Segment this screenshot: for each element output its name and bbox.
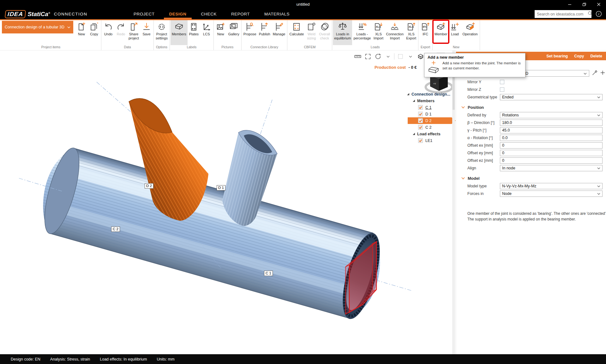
xls-import-button[interactable]: XLS XLS Import (372, 20, 385, 45)
expander-icon[interactable] (413, 133, 415, 135)
weld-sizing-button[interactable]: + −× ÷ Weld sizing (305, 20, 318, 45)
beta-direction-input[interactable] (500, 120, 603, 126)
calculate-button[interactable]: + −× ÷ Calculate (288, 20, 305, 45)
checkbox-checked[interactable] (418, 125, 423, 130)
tab-report[interactable]: REPORT (224, 9, 257, 19)
align-select[interactable]: In node (500, 165, 603, 171)
model-type-select[interactable]: N-Vy-Vz-Mx-My-Mz (500, 183, 603, 189)
publish-button[interactable]: Publish (258, 20, 272, 45)
project-settings-button[interactable]: Project settings (154, 20, 169, 45)
mirror-y-checkbox[interactable] (500, 80, 504, 84)
property-row-gamma-pitch: γ - Pitch [°] (456, 126, 606, 134)
svg-text:+Y: +Y (433, 83, 436, 85)
set-bearing-button[interactable]: Set bearing (546, 54, 568, 58)
restore-button[interactable] (577, 0, 591, 9)
ifc-export-button[interactable]: IFC IFC (419, 20, 432, 45)
close-button[interactable] (591, 0, 606, 9)
checkbox-checked[interactable] (418, 138, 423, 143)
save-button[interactable]: Save (140, 20, 153, 45)
new-picture-icon (216, 21, 225, 32)
members-labels-button[interactable]: Members (171, 20, 188, 45)
tree-scrollbar[interactable] (452, 50, 455, 354)
tree-item-c2[interactable]: C 2 (405, 124, 456, 131)
tree-group-members[interactable]: Members (405, 97, 456, 104)
offset-ez-input[interactable] (500, 157, 603, 164)
manage-button[interactable]: Manage (272, 20, 287, 45)
undo-button[interactable]: Undo (102, 20, 115, 45)
tab-project[interactable]: PROJECT (126, 9, 162, 19)
edit-member-icon[interactable] (592, 70, 597, 77)
new-project-item-button[interactable]: New (75, 20, 88, 45)
logo-statica: StatiCa (27, 11, 48, 17)
expander-icon[interactable] (413, 100, 415, 102)
add-member-button[interactable]: Member (433, 20, 448, 45)
xls-export-button[interactable]: XLS XLS Export (405, 20, 417, 45)
defined-by-select[interactable]: Rotations (500, 112, 603, 118)
add-operation-button[interactable]: Operation (461, 20, 479, 45)
property-row-offset-ey: Offset ey [mm] (456, 149, 606, 157)
xls-import-icon: XLS (374, 21, 383, 32)
group-label-new: New (433, 45, 479, 50)
member-tag-c1[interactable]: C 1 (264, 271, 273, 276)
wireframe-cube-icon[interactable] (417, 53, 425, 60)
geometrical-type-select[interactable]: Ended (500, 94, 603, 100)
plates-labels-button[interactable]: Plates (188, 20, 200, 45)
section-header-position[interactable]: Position (456, 103, 606, 111)
select-rect-icon[interactable] (396, 53, 405, 60)
tree-item-le1[interactable]: LE1 (405, 137, 456, 144)
lcs-labels-button[interactable]: LCS (200, 20, 213, 45)
minimize-button[interactable] (562, 0, 577, 9)
offset-ey-input[interactable] (500, 150, 603, 156)
rotate-view-icon[interactable] (374, 53, 382, 60)
connection-import-button[interactable]: Connection Import (385, 20, 405, 45)
copy-member-button[interactable]: Copy (574, 54, 584, 58)
overall-check-button[interactable]: Overall check (318, 20, 331, 45)
delete-member-button[interactable]: Delete (590, 54, 602, 58)
add-load-button[interactable]: Load (448, 20, 461, 45)
checkbox-checked[interactable] (418, 112, 423, 116)
project-item-dropdown[interactable]: Connection design of a tubular 3D t (2, 21, 73, 33)
gallery-button[interactable]: Gallery (227, 20, 241, 45)
redo-icon (116, 21, 126, 32)
tab-materials[interactable]: MATERIALS (257, 9, 297, 19)
new-picture-button[interactable]: New (214, 20, 227, 45)
tree-item-c1[interactable]: C 1 (405, 104, 456, 111)
offset-ex-input[interactable] (500, 142, 603, 149)
tree-root-connection-design[interactable]: Connection design... (405, 91, 456, 97)
redo-button[interactable]: Redo (115, 20, 127, 45)
chevron-down-icon[interactable] (384, 53, 392, 60)
registered-mark: ® (48, 11, 50, 14)
member-tag-d1[interactable]: D 1 (217, 185, 225, 191)
search-icon (588, 11, 592, 17)
tab-design[interactable]: DESIGN (162, 9, 194, 19)
chord-cylinder-c1-c2[interactable] (38, 144, 387, 323)
propose-button[interactable]: Propose (242, 20, 258, 45)
3d-scene[interactable]: +Y (0, 50, 456, 354)
help-info-icon[interactable]: i (595, 10, 602, 17)
alpha-rotation-input[interactable] (500, 135, 603, 141)
member-tag-d2[interactable]: D 2 (145, 183, 153, 189)
forces-in-select[interactable]: Node (500, 191, 603, 197)
fit-view-icon[interactable] (364, 53, 372, 60)
copy-project-item-button[interactable]: Copy (88, 20, 100, 45)
mirror-z-checkbox[interactable] (500, 87, 504, 92)
3d-viewport[interactable]: +Y Production cost - 0 € (0, 50, 456, 354)
expander-icon[interactable] (407, 93, 409, 95)
section-header-model[interactable]: Model (456, 174, 606, 182)
member-tag-c2[interactable]: C 2 (111, 226, 120, 232)
checkbox-checked[interactable] (418, 105, 423, 110)
loads-percentage-button[interactable]: % Loads - percentage (352, 20, 372, 45)
checkbox-checked[interactable] (418, 118, 423, 123)
search-box[interactable] (535, 10, 591, 18)
chevron-down-icon[interactable] (406, 53, 415, 60)
measure-icon[interactable] (354, 53, 362, 60)
tree-item-d1[interactable]: D 1 (405, 111, 456, 117)
tree-group-load-effects[interactable]: Load effects (405, 131, 456, 137)
tree-item-d2-selected[interactable]: D 2 (408, 117, 456, 124)
share-project-button[interactable]: Share project (127, 20, 140, 45)
search-input[interactable] (537, 12, 588, 16)
loads-in-equilibrium-button[interactable]: Loads in equilibrium (333, 20, 352, 45)
tab-check[interactable]: CHECK (194, 9, 224, 19)
gamma-pitch-input[interactable] (500, 127, 603, 133)
add-member-plus-icon[interactable] (600, 70, 605, 76)
